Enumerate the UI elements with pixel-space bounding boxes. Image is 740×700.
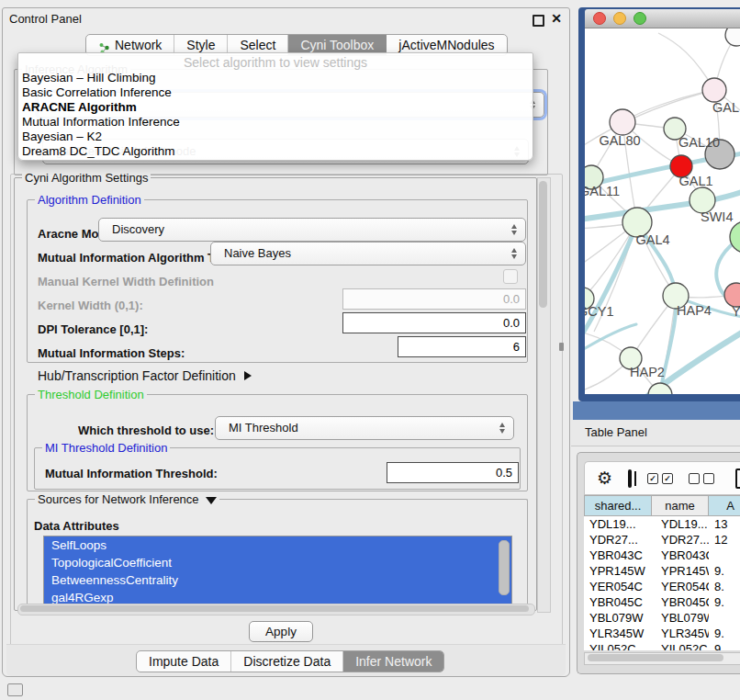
threshold-definition-label: Threshold Definition xyxy=(35,388,147,401)
settings-vertical-scrollbar[interactable] xyxy=(537,177,551,613)
attribute-item[interactable]: TopologicalCoefficient xyxy=(44,554,511,571)
attribute-item[interactable]: BetweennessCentrality xyxy=(44,571,511,589)
which-threshold-combobox[interactable]: MI Threshold xyxy=(215,416,514,440)
scrollbar-thumb[interactable] xyxy=(588,654,723,661)
close-icon[interactable]: ✕ xyxy=(551,11,562,26)
collapsed-panel-icon[interactable] xyxy=(7,683,23,696)
deselect-all-icon[interactable] xyxy=(689,473,714,484)
control-panel-titlebar: Control Panel ✕ xyxy=(3,8,569,30)
float-window-icon[interactable] xyxy=(533,15,544,27)
dpi-tolerance-field[interactable]: 0.0 xyxy=(342,312,526,333)
node-gal80-label: GAL80 xyxy=(599,133,640,148)
node-swi4-neighbor-label: SWI4 xyxy=(701,209,733,224)
zoom-button[interactable] xyxy=(633,12,646,25)
which-threshold-value: MI Threshold xyxy=(229,417,298,439)
table-row[interactable]: YBR045CYBR045C9. xyxy=(584,594,740,610)
table-cell: YBL079W xyxy=(652,610,709,626)
dropdown-item[interactable]: Bayesian – K2 xyxy=(18,130,533,144)
manual-kernel-checkbox[interactable] xyxy=(503,269,518,284)
panel-title: Control Panel xyxy=(9,8,82,30)
mi-threshold-field[interactable]: 0.5 xyxy=(387,462,519,483)
dropdown-item[interactable]: Basic Correlation Inference xyxy=(18,85,533,100)
table-horizontal-scrollbar[interactable] xyxy=(584,652,740,665)
table-cell: 9. xyxy=(709,626,740,641)
node-gal10-label: GAL10 xyxy=(678,135,720,150)
table-toolbar: ⚙ ✓✓ xyxy=(584,461,740,495)
node-gcy1-label: GCY1 xyxy=(585,304,614,319)
table-cell: YDR27... xyxy=(652,532,709,548)
dropdown-item[interactable]: Dream8 DC_TDC Algorithm xyxy=(18,144,533,159)
table-row[interactable]: YDR27...YDR27...12 xyxy=(584,532,740,548)
close-button[interactable] xyxy=(593,12,606,25)
chevron-right-icon xyxy=(244,371,252,380)
table-row[interactable]: YBR043CYBR043C xyxy=(584,548,740,563)
column-header-name[interactable]: name xyxy=(652,495,709,516)
table-row[interactable]: YDL19...YDL19...13 xyxy=(584,516,740,532)
table-cell: YDL19... xyxy=(584,516,652,532)
table-row[interactable]: YPR145WYPR145W9. xyxy=(584,563,740,579)
data-attributes-heading: Data Attributes xyxy=(34,519,119,533)
list-scrollbar-thumb[interactable] xyxy=(499,540,510,595)
tab-impute-data[interactable]: Impute Data xyxy=(137,651,231,672)
table-cell: 9 xyxy=(709,641,740,650)
node-hap2-label: HAP2 xyxy=(630,365,665,379)
settings-group-label: Cyni Algorithm Settings xyxy=(22,171,151,185)
tab-label: Impute Data xyxy=(149,651,219,672)
table-cell: YER054C xyxy=(652,579,709,594)
table-cell: YIL052C xyxy=(652,641,709,650)
dropdown-item-list: Bayesian – Hill ClimbingBasic Correlatio… xyxy=(18,71,533,159)
table-cell: 9. xyxy=(709,563,740,579)
table-row[interactable]: YLR345WYLR345W9. xyxy=(584,626,740,641)
combo-stepper-icon xyxy=(499,423,506,434)
scrollbar-thumb[interactable] xyxy=(539,181,547,308)
dropdown-item[interactable]: Mutual Information Inference xyxy=(18,115,533,130)
control-panel-window: Control Panel ✕ NetworkStyleSelectCyni T… xyxy=(2,7,570,677)
table-panel-title: Table Panel xyxy=(585,420,647,446)
table-row[interactable]: YER054CYER054C8. xyxy=(584,579,740,594)
mi-steps-field[interactable]: 6 xyxy=(398,336,526,357)
minimize-button[interactable] xyxy=(613,12,626,25)
hub-definition-toggle[interactable]: Hub/Transcription Factor Definition xyxy=(38,368,252,383)
tab-infer-network[interactable]: Infer Network xyxy=(343,651,443,672)
table-rows: YDL19...YDL19...13YDR27...YDR27...12YBR0… xyxy=(584,516,740,650)
tab-discretize-data[interactable]: Discretize Data xyxy=(231,651,343,672)
node-y-partial-label: Y xyxy=(732,304,740,319)
table-cell: YBR045C xyxy=(652,594,709,610)
table-cell: 12 xyxy=(709,532,740,548)
dropdown-item[interactable]: ARACNE Algorithm xyxy=(18,100,533,115)
select-all-checked-icon[interactable]: ✓✓ xyxy=(647,473,673,484)
apply-button[interactable]: Apply xyxy=(249,621,313,642)
table-cell: YBL079W xyxy=(584,610,652,626)
node-gal80[interactable] xyxy=(610,109,635,135)
table-row[interactable]: YIL052CYIL052C9 xyxy=(584,641,740,650)
network-window-titlebar[interactable] xyxy=(585,9,740,28)
settings-horizontal-scrollbar[interactable] xyxy=(17,604,535,615)
table-panel-titlebar: Table Panel xyxy=(571,420,740,446)
table-cell: YBR043C xyxy=(652,548,709,563)
scrollbar-thumb[interactable] xyxy=(20,605,529,612)
kernel-width-field[interactable]: 0.0 xyxy=(342,288,526,310)
table-row[interactable]: YBL079WYBL079W xyxy=(584,610,740,626)
node-gal11-label: GAL11 xyxy=(585,184,620,198)
column-header-A[interactable]: A xyxy=(709,495,740,516)
split-divider-handle[interactable] xyxy=(559,343,564,351)
gear-icon[interactable]: ⚙ xyxy=(597,469,612,487)
sources-group-label[interactable]: Sources for Network Inference xyxy=(35,492,219,506)
table-cell xyxy=(709,548,740,563)
attribute-item[interactable]: SelfLoops xyxy=(44,536,511,554)
table-cell: YBR043C xyxy=(584,548,652,563)
column-header-shared[interactable]: shared... xyxy=(584,495,652,516)
table-cell: 9. xyxy=(709,594,740,610)
document-icon[interactable] xyxy=(735,469,740,489)
algorithm-definition-label: Algorithm Definition xyxy=(35,193,144,207)
table-cell: YDR27... xyxy=(584,532,652,548)
dropdown-item[interactable]: Bayesian – Hill Climbing xyxy=(18,71,533,85)
mi-threshold-label: Mutual Information Threshold: xyxy=(45,465,218,483)
bottom-tab-bar: Impute DataDiscretize DataInfer Network xyxy=(136,650,444,672)
node-gal-partial[interactable] xyxy=(702,78,726,102)
split-columns-icon[interactable] xyxy=(628,469,632,488)
node-top[interactable] xyxy=(725,28,740,46)
node-gal-partial-label: GAL xyxy=(712,100,739,115)
network-canvas[interactable]: GALGAL80GAL10GAL1GAL11SWI4GAL4GCY1HAP4YH… xyxy=(585,28,740,394)
node-swi4[interactable] xyxy=(730,221,740,253)
